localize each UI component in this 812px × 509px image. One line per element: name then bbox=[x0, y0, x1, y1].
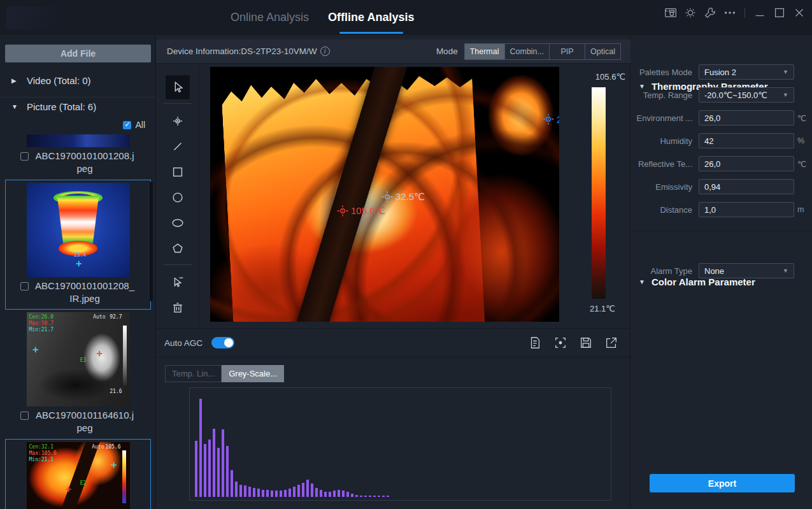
auto-agc-toggle[interactable] bbox=[211, 337, 234, 348]
select-tool[interactable] bbox=[166, 75, 190, 99]
param-label: Humidity bbox=[631, 133, 692, 148]
param-input[interactable]: 1,0 bbox=[699, 202, 794, 217]
polygon-tool[interactable] bbox=[166, 236, 190, 261]
file-checkbox[interactable] bbox=[20, 282, 29, 290]
file-item[interactable]: ABC19700101001208.jpeg bbox=[5, 134, 151, 180]
spot-temp-label: 32.5℃ bbox=[395, 191, 425, 203]
param-value: 42 bbox=[704, 136, 713, 146]
snapshot-icon[interactable] bbox=[663, 5, 678, 20]
param-select[interactable]: None▼ bbox=[699, 263, 794, 278]
caret-right-icon: ▶ bbox=[11, 77, 20, 84]
delete-tool[interactable] bbox=[166, 296, 190, 320]
main-tab-offline-analysis[interactable]: Offline Analysis bbox=[327, 0, 415, 35]
mode-optical[interactable]: Optical bbox=[585, 43, 621, 60]
scale-min-label: 21.1℃ bbox=[590, 304, 615, 313]
window-controls bbox=[663, 0, 807, 25]
histogram-bar bbox=[364, 496, 367, 497]
histogram-bar bbox=[284, 490, 287, 497]
histogram-bar bbox=[306, 480, 309, 497]
sidebar-group-picture[interactable]: ▼ Picture (Total: 6) bbox=[0, 97, 156, 115]
settings-icon[interactable] bbox=[683, 5, 698, 20]
param-label: Emissivity bbox=[631, 179, 692, 194]
param-row: Environment ...26,0℃ bbox=[631, 110, 812, 125]
auto-agc-label: Auto AGC bbox=[164, 338, 203, 348]
param-input[interactable]: 0,94 bbox=[699, 179, 794, 194]
histogram-bar bbox=[271, 491, 273, 497]
rect-tool[interactable] bbox=[166, 160, 190, 184]
file-checkbox[interactable] bbox=[20, 412, 29, 420]
mode-switcher: ThermalCombin...PIPOptical bbox=[464, 43, 621, 60]
file-item[interactable]: 23.4✛ABC19700101001208_IR.jpeg bbox=[5, 180, 151, 310]
info-icon[interactable]: i bbox=[320, 47, 330, 56]
deselect-tool[interactable] bbox=[166, 270, 190, 294]
histogram-bar bbox=[288, 489, 291, 497]
param-unit: ℃ bbox=[797, 110, 806, 125]
spot-marker[interactable]: 2 bbox=[542, 113, 559, 125]
histogram-bar bbox=[346, 492, 349, 497]
histogram-bar bbox=[369, 496, 371, 497]
main-tab-online-analysis[interactable]: Online Analysis bbox=[229, 0, 310, 35]
param-input[interactable]: 26,0 bbox=[699, 110, 794, 125]
share-icon[interactable] bbox=[604, 335, 619, 350]
histogram-bars bbox=[195, 395, 389, 497]
select-all-checkbox[interactable] bbox=[123, 121, 131, 129]
file-item[interactable]: Cen:26.0Max:50.7Min:21.7Auto92.721.6E3✛✛… bbox=[5, 312, 151, 439]
spot-marker[interactable]: 32.5℃ bbox=[381, 190, 425, 203]
thumb-spot-marker: ✛ bbox=[76, 260, 82, 268]
thermal-image-viewer[interactable]: 232.5℃105.6℃ bbox=[210, 67, 559, 322]
param-row: Humidity42% bbox=[631, 133, 812, 148]
spot-tool[interactable] bbox=[166, 109, 190, 133]
histogram-bar bbox=[244, 485, 246, 497]
toolbar-separator bbox=[164, 264, 192, 265]
param-value: 1,0 bbox=[704, 205, 716, 215]
line-tool[interactable] bbox=[166, 134, 190, 159]
histogram-bar bbox=[351, 494, 353, 497]
param-unit: m bbox=[797, 202, 804, 217]
histogram-bar bbox=[329, 492, 331, 497]
histogram-bar bbox=[208, 440, 211, 497]
histogram-bar bbox=[333, 491, 336, 497]
param-row: Temp. Range-20.0℃~150.0℃▼ bbox=[631, 87, 812, 103]
report-icon[interactable] bbox=[527, 335, 543, 350]
param-input[interactable]: 26,0 bbox=[699, 156, 794, 171]
tab-temp-line[interactable]: Temp. Lin... bbox=[165, 365, 222, 382]
close-icon[interactable] bbox=[792, 5, 807, 20]
file-checkbox[interactable] bbox=[20, 152, 29, 161]
app-logo bbox=[6, 6, 83, 29]
sidebar-group-video[interactable]: ▶ Video (Total: 0) bbox=[0, 71, 156, 89]
spot-marker[interactable]: 105.6℃ bbox=[336, 204, 385, 217]
param-input[interactable]: 42 bbox=[699, 133, 794, 148]
mode-pip[interactable]: PIP bbox=[550, 43, 585, 60]
file-thumbnail: 23.4✛ bbox=[27, 183, 130, 277]
ellipse-tool[interactable] bbox=[166, 211, 190, 235]
param-row: Reflective Te...26,0℃ bbox=[631, 156, 812, 171]
file-list-scrollbar[interactable] bbox=[150, 182, 153, 301]
save-icon[interactable] bbox=[578, 335, 594, 350]
param-select[interactable]: -20.0℃~150.0℃▼ bbox=[699, 87, 794, 103]
palette-gradient-bar bbox=[592, 87, 606, 299]
histogram-bar bbox=[222, 429, 224, 497]
select-all-row: All bbox=[123, 120, 145, 130]
file-name: ABC19700101164610.jpeg bbox=[34, 409, 136, 435]
circle-tool[interactable] bbox=[166, 185, 190, 210]
capture-icon[interactable] bbox=[553, 335, 568, 350]
parameter-panel: ▼ Thermography Parameter Distance1,0mEmi… bbox=[631, 35, 812, 509]
param-row: Emissivity0,94 bbox=[631, 179, 812, 194]
histogram-bar bbox=[320, 490, 322, 497]
mode-thermal[interactable]: Thermal bbox=[464, 43, 505, 60]
export-button[interactable]: Export bbox=[650, 474, 795, 492]
mode-combin[interactable]: Combin... bbox=[505, 43, 550, 60]
histogram-bar bbox=[204, 444, 206, 497]
tab-grey-scale[interactable]: Grey-Scale... bbox=[222, 365, 284, 382]
param-select[interactable]: Fusion 2▼ bbox=[699, 64, 794, 80]
more-icon[interactable] bbox=[722, 5, 737, 20]
device-info-bar: Device Information:DS-2TP23-10VM/W i Mod… bbox=[156, 39, 630, 64]
minimize-icon[interactable] bbox=[752, 5, 767, 20]
histogram-bar bbox=[342, 491, 345, 497]
maximize-icon[interactable] bbox=[772, 5, 787, 20]
histogram-bar bbox=[378, 496, 380, 497]
tools-icon[interactable] bbox=[702, 5, 718, 20]
add-file-button[interactable]: Add File bbox=[5, 45, 151, 62]
panel-divider bbox=[631, 231, 812, 231]
file-item[interactable]: Cen:32.1Max:105.6Min:21.1Auto105.6E2✛✛ bbox=[5, 439, 151, 509]
